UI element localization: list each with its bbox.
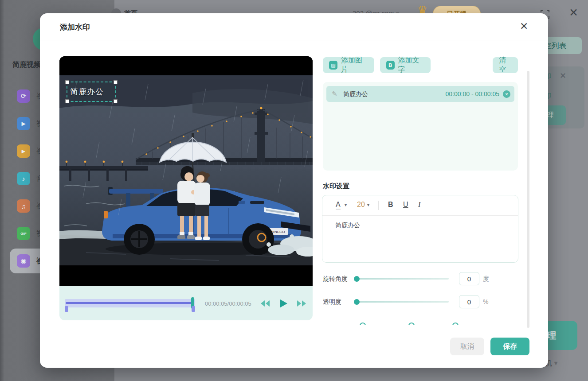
play-button[interactable] (278, 299, 289, 307)
bold-button[interactable]: B (388, 201, 393, 209)
rotation-slider-handle[interactable] (354, 276, 360, 282)
rotation-input[interactable] (459, 272, 479, 285)
watermark-text-input[interactable]: 简鹿办公 (335, 222, 360, 229)
resize-handle[interactable] (114, 80, 118, 84)
chevron-down-icon[interactable] (367, 202, 369, 207)
underline-button[interactable]: U (403, 201, 408, 209)
video-convert-icon (17, 89, 30, 103)
editor-toolbar: A 20 B U I (322, 195, 518, 216)
player-controls: 00:00:05/00:00:05 (59, 286, 313, 320)
watermark-overlay-text: 简鹿办公 (70, 86, 104, 97)
opacity-slider-handle[interactable] (354, 299, 360, 305)
video-edit-icon (17, 144, 30, 158)
time-range: 00:00:00 - 00:00:05 (446, 90, 499, 97)
resize-handle[interactable] (114, 99, 118, 103)
time-display: 00:00:05/00:00:05 (205, 300, 251, 307)
image-icon (329, 61, 337, 70)
add-image-button[interactable]: 添加图片 (323, 57, 374, 73)
font-size-button[interactable]: 20 (357, 201, 365, 209)
rotation-slider-track[interactable] (357, 278, 449, 280)
add-text-button[interactable]: B 添加文字 (380, 57, 431, 73)
position-radio[interactable] (452, 323, 459, 325)
position-radio[interactable] (360, 323, 366, 325)
edit-pencil-icon[interactable] (332, 90, 337, 98)
watermark-text-editor: A 20 B U I 简鹿办公 (322, 195, 518, 263)
divider (378, 201, 379, 210)
resize-handle[interactable] (65, 99, 69, 103)
progress-bar[interactable] (66, 302, 194, 304)
sidebar-title: 简鹿视频 (12, 60, 41, 70)
scrollbar-thumb[interactable] (527, 71, 529, 328)
chevron-down-icon[interactable] (345, 202, 347, 207)
font-color-button[interactable]: A (336, 201, 341, 210)
audio-extract-icon (17, 199, 30, 213)
video-preview: LYNCCO (59, 56, 313, 286)
watermark-selection-box[interactable]: 简鹿办公 (67, 82, 116, 102)
video-player: LYNCCO (59, 56, 313, 320)
save-button[interactable]: 保存 (490, 338, 529, 355)
clear-watermarks-button[interactable]: 清空 (493, 57, 518, 73)
forward-button[interactable] (296, 299, 307, 307)
gif-icon (17, 227, 30, 240)
position-radio[interactable] (408, 323, 415, 325)
music-note-icon (17, 172, 30, 185)
video-play-icon (17, 117, 30, 130)
trim-end-handle[interactable] (192, 306, 195, 312)
settings-heading: 水印设置 (323, 182, 349, 190)
opacity-slider-track[interactable] (357, 301, 449, 303)
rotation-label: 旋转角度 (323, 275, 348, 283)
window-close-icon[interactable] (569, 7, 578, 18)
dialog-title: 添加水印 (60, 22, 90, 32)
position-options-row (323, 321, 518, 325)
opacity-unit: % (483, 298, 488, 305)
rewind-button[interactable] (260, 299, 270, 307)
opacity-input[interactable] (459, 295, 479, 308)
task-close-icon[interactable] (560, 71, 566, 81)
divider (40, 40, 548, 40)
dialog-close-icon[interactable] (520, 21, 528, 31)
delete-item-icon[interactable] (503, 90, 510, 98)
watermark-list-item[interactable]: 简鹿办公 00:00:00 - 00:00:05 (326, 86, 514, 102)
app-window: 简鹿视频 视 视 视 音 视 视 视 首页 302 @qq.com 已开通 空列… (0, 0, 588, 381)
text-icon: B (386, 61, 395, 70)
chevron-down-icon (554, 359, 557, 367)
watermark-icon (17, 254, 30, 268)
add-watermark-dialog: 添加水印 (40, 13, 548, 368)
trim-start-handle[interactable] (65, 306, 68, 312)
watermark-list: 简鹿办公 00:00:00 - 00:00:05 (323, 82, 518, 171)
italic-button[interactable]: I (418, 201, 420, 209)
opacity-label: 透明度 (323, 298, 341, 306)
resize-handle[interactable] (65, 80, 69, 84)
cancel-button[interactable]: 取消 (450, 338, 484, 355)
rotation-unit: 度 (483, 275, 489, 283)
